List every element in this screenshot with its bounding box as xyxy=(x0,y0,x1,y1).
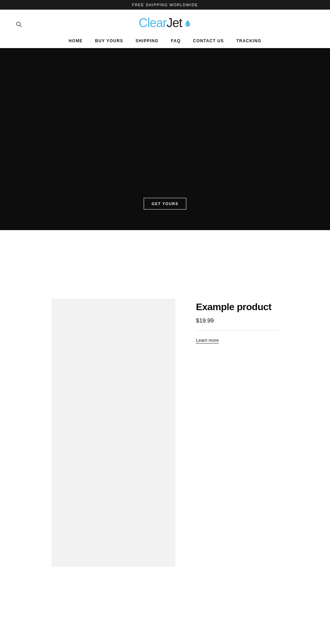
spacer xyxy=(0,230,330,299)
logo-drop-icon xyxy=(183,20,191,27)
search-icon[interactable] xyxy=(14,19,24,31)
logo[interactable]: ClearJet xyxy=(139,16,191,30)
logo-jet: Jet xyxy=(167,16,182,30)
main-nav: HOME BUY YOURS SHIPPING FAQ CONTACT US T… xyxy=(14,34,316,48)
nav-item-faq[interactable]: FAQ xyxy=(171,38,180,43)
hero-cta-button[interactable]: GET YOURS xyxy=(144,198,186,210)
hero-section: GET YOURS xyxy=(0,48,330,230)
nav-item-shipping[interactable]: SHIPPING xyxy=(135,38,158,43)
svg-point-2 xyxy=(186,24,187,25)
header-top: ClearJet xyxy=(14,16,316,34)
header: ClearJet HOME BUY YOURS SHIPPING FAQ CON… xyxy=(0,10,330,48)
banner-text: FREE SHIPPING WORLDWIDE xyxy=(132,3,198,7)
nav-item-tracking[interactable]: TRACKING xyxy=(236,38,261,43)
product-title: Example product xyxy=(196,302,278,313)
nav-item-contact-us[interactable]: CONTACT US xyxy=(193,38,224,43)
nav-item-buy-yours[interactable]: BUY YOURS xyxy=(95,38,123,43)
top-banner: FREE SHIPPING WORLDWIDE xyxy=(0,0,330,10)
logo-clear: Clear xyxy=(139,16,166,30)
product-section: Example product $19.99 Learn more xyxy=(0,299,330,567)
svg-line-1 xyxy=(20,25,22,27)
product-learn-more-link[interactable]: Learn more xyxy=(196,338,219,343)
product-image xyxy=(52,299,175,567)
product-info: Example product $19.99 Learn more xyxy=(196,299,278,343)
product-divider xyxy=(196,330,278,331)
product-price: $19.99 xyxy=(196,317,278,324)
nav-item-home[interactable]: HOME xyxy=(69,38,83,43)
